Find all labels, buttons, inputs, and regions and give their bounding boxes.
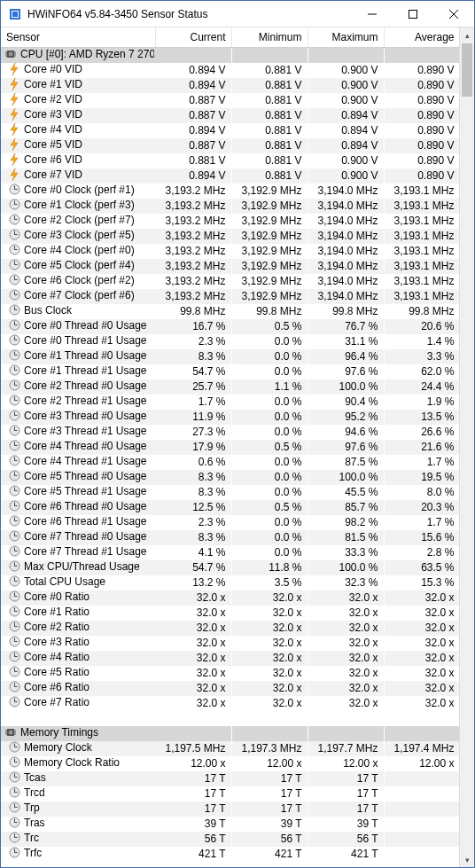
col-sensor[interactable]: Sensor (1, 27, 155, 48)
cell-current: 17 T (155, 771, 231, 786)
table-row[interactable]: Trp17 T17 T17 T (1, 802, 459, 817)
table-row[interactable]: Core #5 Ratio32.0 x32.0 x32.0 x32.0 x (1, 666, 459, 681)
table-row[interactable]: Memory Clock Ratio12.00 x12.00 x12.00 x1… (1, 756, 459, 771)
cell-maximum: 12.00 x (308, 756, 384, 771)
blank-row (1, 711, 459, 726)
row-label: Core #5 Ratio (24, 666, 90, 678)
table-row[interactable]: Core #2 Ratio32.0 x32.0 x32.0 x32.0 x (1, 621, 459, 636)
section-header[interactable]: CPU [#0]: AMD Ryzen 7 2700 (1, 48, 459, 63)
row-label: Memory Clock Ratio (24, 756, 120, 769)
table-row[interactable]: Core #1 Clock (perf #3)3,193.2 MHz3,192.… (1, 199, 459, 214)
row-label: Core #3 Thread #1 Usage (24, 425, 147, 437)
col-maximum[interactable]: Maximum (308, 27, 384, 48)
table-row[interactable]: Core #1 Ratio32.0 x32.0 x32.0 x32.0 x (1, 606, 459, 621)
table-row[interactable]: Core #1 VID0.894 V0.881 V0.900 V0.890 V (1, 78, 459, 93)
scroll-up-button[interactable]: ▴ (460, 27, 474, 43)
section-header[interactable]: Memory Timings (1, 726, 459, 741)
titlebar[interactable]: HWiNFO64 v5.84-3450 Sensor Status (1, 1, 474, 27)
table-row[interactable]: Core #5 Thread #0 Usage8.3 %0.0 %100.0 %… (1, 470, 459, 485)
table-row[interactable]: Core #7 VID0.894 V0.881 V0.900 V0.890 V (1, 168, 459, 184)
cell-minimum: 0.0 % (231, 485, 308, 500)
clock-icon (8, 364, 20, 377)
scroll-down-button[interactable]: ▾ (460, 852, 474, 867)
table-row[interactable]: Tcas17 T17 T17 T (1, 771, 459, 786)
cell-current: 11.9 % (155, 410, 231, 425)
table-row[interactable]: Core #4 Thread #0 Usage17.9 %0.5 %97.6 %… (1, 440, 459, 455)
table-row[interactable]: Core #3 Clock (perf #5)3,193.2 MHz3,192.… (1, 229, 459, 244)
table-row[interactable]: Trfc421 T421 T421 T (1, 847, 459, 862)
maximize-button[interactable] (393, 1, 433, 27)
table-row[interactable]: Core #0 Thread #0 Usage16.7 %0.5 %76.7 %… (1, 319, 459, 334)
cell-current: 0.887 V (155, 108, 231, 123)
table-row[interactable]: Total CPU Usage13.2 %3.5 %32.3 %15.3 % (1, 575, 459, 590)
minimize-button[interactable] (352, 1, 393, 27)
table-row[interactable]: Core #3 Thread #0 Usage11.9 %0.0 %95.2 %… (1, 410, 459, 425)
svg-marker-19 (11, 123, 18, 136)
table-row[interactable]: Core #6 Thread #0 Usage12.5 %0.5 %85.7 %… (1, 500, 459, 515)
row-label: Tras (24, 817, 45, 829)
table-row[interactable]: Max CPU/Thread Usage54.7 %11.8 %100.0 %6… (1, 560, 459, 575)
table-row[interactable]: Core #3 VID0.887 V0.881 V0.894 V0.890 V (1, 108, 459, 123)
table-row[interactable]: Core #0 Thread #1 Usage2.3 %0.0 %31.1 %1… (1, 334, 459, 349)
table-row[interactable]: Memory Clock1,197.5 MHz1,197.3 MHz1,197.… (1, 741, 459, 756)
table-row[interactable]: Core #7 Thread #1 Usage4.1 %0.0 %33.3 %2… (1, 545, 459, 560)
clock-icon (8, 636, 20, 648)
table-row[interactable]: Core #4 VID0.894 V0.881 V0.894 V0.890 V (1, 123, 459, 138)
row-label: Core #7 Ratio (24, 696, 90, 708)
table-row[interactable]: Core #2 Clock (perf #7)3,193.2 MHz3,192.… (1, 214, 459, 229)
table-row[interactable]: Core #6 Clock (perf #2)3,193.2 MHz3,192.… (1, 274, 459, 289)
cell-current: 1.7 % (155, 395, 231, 410)
table-row[interactable]: Trcd17 T17 T17 T (1, 786, 459, 802)
table-row[interactable]: Core #6 Ratio32.0 x32.0 x32.0 x32.0 x (1, 681, 459, 696)
table-row[interactable]: Core #6 VID0.881 V0.881 V0.900 V0.890 V (1, 153, 459, 168)
table-row[interactable]: Core #7 Ratio32.0 x32.0 x32.0 x32.0 x (1, 696, 459, 711)
table-row[interactable]: Core #0 Ratio32.0 x32.0 x32.0 x32.0 x (1, 590, 459, 606)
clock-icon (8, 304, 20, 317)
table-row[interactable]: Core #5 VID0.887 V0.881 V0.894 V0.890 V (1, 138, 459, 153)
table-row[interactable]: Core #2 Thread #0 Usage25.7 %1.1 %100.0 … (1, 379, 459, 395)
cell-minimum: 1,197.3 MHz (231, 741, 308, 756)
scroll-thumb[interactable] (462, 43, 472, 97)
row-label: Core #3 Thread #0 Usage (24, 410, 147, 422)
cell-minimum: 32.0 x (231, 621, 308, 636)
table-row[interactable]: Core #5 Clock (perf #4)3,193.2 MHz3,192.… (1, 259, 459, 274)
svg-marker-21 (11, 153, 18, 166)
row-label: Core #2 Thread #0 Usage (24, 379, 147, 392)
clock-icon (8, 319, 20, 332)
table-row[interactable]: Core #7 Thread #0 Usage8.3 %0.0 %81.5 %1… (1, 530, 459, 545)
table-row[interactable]: Core #5 Thread #1 Usage8.3 %0.0 %45.5 %8… (1, 485, 459, 500)
table-row[interactable]: Tras39 T39 T39 T (1, 817, 459, 832)
table-header-row[interactable]: Sensor Current Minimum Maximum Average (1, 27, 459, 48)
col-minimum[interactable]: Minimum (231, 27, 308, 48)
close-button[interactable] (433, 1, 474, 27)
clock-icon (8, 470, 20, 482)
table-row[interactable]: Core #3 Ratio32.0 x32.0 x32.0 x32.0 x (1, 636, 459, 651)
table-row[interactable]: Core #4 Ratio32.0 x32.0 x32.0 x32.0 x (1, 651, 459, 666)
table-row[interactable]: Core #6 Thread #1 Usage2.3 %0.0 %98.2 %1… (1, 515, 459, 530)
cell-current: 3,193.2 MHz (155, 214, 231, 229)
col-current[interactable]: Current (155, 27, 231, 48)
table-row[interactable]: Core #2 Thread #1 Usage1.7 %0.0 %90.4 %1… (1, 395, 459, 410)
table-row[interactable]: Core #4 Thread #1 Usage0.6 %0.0 %87.5 %1… (1, 455, 459, 470)
cell-current: 8.3 % (155, 485, 231, 500)
table-row[interactable]: Bus Clock99.8 MHz99.8 MHz99.8 MHz99.8 MH… (1, 304, 459, 319)
table-row[interactable]: Core #1 Thread #1 Usage54.7 %0.0 %97.6 %… (1, 364, 459, 379)
table-row[interactable]: Core #1 Thread #0 Usage8.3 %0.0 %96.4 %3… (1, 349, 459, 364)
row-label: Core #2 Ratio (24, 621, 90, 633)
col-average[interactable]: Average (384, 27, 459, 48)
table-row[interactable]: Core #7 Clock (perf #6)3,193.2 MHz3,192.… (1, 289, 459, 304)
table-row[interactable]: Core #0 Clock (perf #1)3,193.2 MHz3,192.… (1, 184, 459, 199)
table-row[interactable]: Trc56 T56 T56 T (1, 832, 459, 847)
vertical-scrollbar[interactable]: ▴ ▾ (459, 27, 474, 867)
bolt-icon (8, 123, 20, 136)
clock-icon (8, 199, 20, 211)
row-label: Memory Clock (24, 741, 92, 754)
table-row[interactable]: Core #0 VID0.894 V0.881 V0.900 V0.890 V (1, 63, 459, 78)
cell-current: 12.5 % (155, 500, 231, 515)
table-row[interactable]: Core #4 Clock (perf #0)3,193.2 MHz3,192.… (1, 244, 459, 259)
row-label: Core #4 Thread #0 Usage (24, 440, 147, 452)
cell-average: 0.890 V (384, 153, 459, 168)
table-row[interactable]: Core #3 Thread #1 Usage27.3 %0.0 %94.6 %… (1, 425, 459, 440)
cell-minimum: 0.881 V (231, 108, 308, 123)
table-row[interactable]: Core #2 VID0.887 V0.881 V0.900 V0.890 V (1, 93, 459, 108)
